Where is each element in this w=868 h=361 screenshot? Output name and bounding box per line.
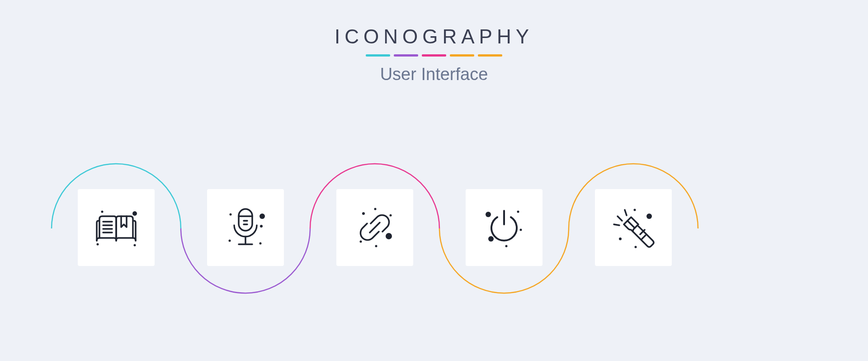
svg-point-20 bbox=[386, 233, 392, 239]
svg-line-37 bbox=[642, 235, 646, 239]
power-icon bbox=[479, 203, 529, 252]
flashlight-icon bbox=[609, 203, 658, 252]
svg-point-25 bbox=[375, 245, 377, 247]
svg-point-24 bbox=[360, 241, 362, 243]
svg-line-32 bbox=[618, 216, 622, 221]
book-icon bbox=[91, 203, 141, 252]
brand-title: ICONOGRAPHY bbox=[0, 25, 868, 48]
svg-point-40 bbox=[635, 246, 637, 248]
svg-point-21 bbox=[362, 212, 365, 215]
subtitle: User Interface bbox=[0, 65, 868, 84]
svg-line-19 bbox=[370, 223, 380, 233]
tile-flashlight bbox=[595, 189, 672, 266]
svg-point-17 bbox=[229, 240, 231, 242]
tile-microphone bbox=[207, 189, 284, 266]
tile-book bbox=[78, 189, 155, 266]
svg-point-41 bbox=[634, 209, 636, 211]
svg-point-4 bbox=[132, 211, 137, 216]
tile-chain bbox=[336, 189, 413, 266]
svg-rect-8 bbox=[239, 209, 252, 231]
svg-point-30 bbox=[520, 229, 522, 231]
accent-bar bbox=[394, 54, 418, 57]
header: ICONOGRAPHY User Interface bbox=[0, 25, 868, 84]
svg-point-23 bbox=[390, 214, 392, 217]
accent-bar bbox=[478, 54, 502, 57]
svg-point-28 bbox=[488, 236, 494, 242]
svg-point-22 bbox=[374, 208, 377, 210]
svg-point-18 bbox=[259, 242, 262, 245]
svg-point-7 bbox=[134, 244, 136, 247]
svg-point-14 bbox=[259, 214, 265, 219]
svg-point-16 bbox=[230, 214, 232, 216]
svg-line-34 bbox=[614, 224, 619, 225]
chain-icon bbox=[350, 203, 400, 252]
svg-point-27 bbox=[486, 212, 491, 217]
svg-point-29 bbox=[517, 211, 519, 213]
accent-bar bbox=[366, 54, 390, 57]
microphone-icon bbox=[221, 203, 270, 252]
svg-point-6 bbox=[97, 243, 99, 246]
svg-point-15 bbox=[260, 225, 263, 228]
accent-row bbox=[0, 54, 868, 57]
svg-line-35 bbox=[627, 221, 635, 228]
accent-bar bbox=[422, 54, 446, 57]
svg-point-31 bbox=[505, 245, 508, 247]
svg-point-5 bbox=[101, 211, 104, 213]
svg-point-38 bbox=[646, 214, 652, 219]
accent-bar bbox=[450, 54, 474, 57]
svg-line-33 bbox=[625, 210, 627, 215]
icons-row bbox=[0, 189, 868, 280]
tile-power bbox=[466, 189, 542, 266]
svg-point-39 bbox=[619, 238, 622, 240]
